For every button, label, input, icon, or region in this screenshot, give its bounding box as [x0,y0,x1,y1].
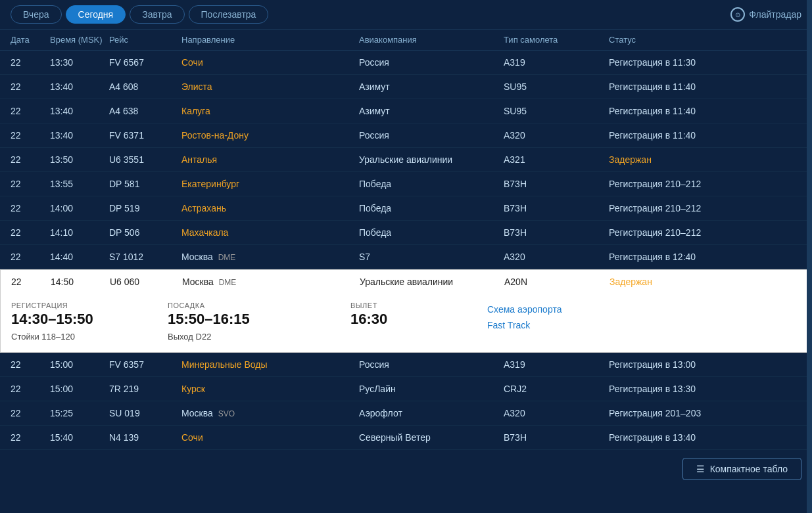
row-airline: Аэрофлот [359,408,504,418]
col-date: Дата [11,35,50,45]
row-aircraft: A20N [504,277,609,287]
fast-track-link[interactable]: Fast Track [487,320,801,330]
row-aircraft: B73H [504,179,609,189]
destination-link[interactable]: Сочи [181,57,203,68]
row-date: 22 [11,252,50,262]
destination-link[interactable]: Анталья [181,154,217,165]
col-status: Статус [609,35,801,45]
row-time: 15:25 [50,408,109,418]
row-destination[interactable]: Махачкала [181,227,359,238]
compact-table-button[interactable]: ☰ Компактное табло [682,458,801,480]
col-destination: Направление [181,35,359,45]
row-status: Регистрация 210–212 [609,227,801,238]
row-status: Регистрация в 13:40 [609,432,801,443]
row-aircraft: B73H [504,203,609,213]
row-flight: U6 3551 [109,154,181,165]
row-date: 22 [11,277,51,287]
table-row[interactable]: 22 15:00 FV 6357 Минеральные Воды Россия… [0,353,812,377]
bottom-bar: ☰ Компактное табло [0,450,812,488]
table-row[interactable]: 22 15:40 N4 139 Сочи Северный Ветер B73H… [0,426,812,450]
destination-link[interactable]: Астрахань [181,203,226,213]
nav-today[interactable]: Сегодня [66,5,126,24]
row-flight: FV 6567 [109,57,181,68]
row-time: 14:10 [50,227,109,238]
compact-icon: ☰ [696,464,705,474]
row-destination[interactable]: Курск [181,384,359,394]
table-row[interactable]: 22 15:25 SU 019 Москва SVO Аэрофлот A320… [0,401,812,426]
destination-link[interactable]: Калуга [181,106,210,116]
row-destination[interactable]: Сочи [181,57,359,68]
row-airline: Северный Ветер [359,432,504,443]
destination-link[interactable]: Екатеринбург [181,179,239,189]
row-aircraft: A319 [504,359,609,370]
row-aircraft: B73H [504,432,609,443]
table-row[interactable]: 22 13:30 FV 6567 Сочи Россия A319 Регист… [0,51,812,75]
row-destination: Москва DME [182,277,360,287]
destination-link[interactable]: Махачкала [181,227,228,238]
table-row[interactable]: 22 13:55 DP 581 Екатеринбург Победа B73H… [0,172,812,196]
row-aircraft: A320 [504,252,609,262]
row-status: Регистрация в 11:40 [609,106,801,116]
table-row[interactable]: 22 14:40 S7 1012 Москва DME S7 A320 Реги… [0,245,812,269]
detail-links: Схема аэропорта Fast Track [487,301,801,330]
table-row[interactable]: 22 14:10 DP 506 Махачкала Победа B73H Ре… [0,221,812,245]
nav-tomorrow[interactable]: Завтра [130,5,184,24]
destination-link[interactable]: Курск [181,384,205,394]
airport-map-link[interactable]: Схема аэропорта [487,304,801,315]
row-date: 22 [11,408,50,418]
row-destination[interactable]: Минеральные Воды [181,359,359,370]
row-destination[interactable]: Сочи [181,432,359,443]
table-row[interactable]: 22 13:50 U6 3551 Анталья Уральские авиал… [0,148,812,172]
table-row[interactable]: 22 13:40 FV 6371 Ростов-на-Дону Россия A… [0,123,812,148]
table-row[interactable]: 22 13:40 A4 638 Калуга Азимут SU95 Регис… [0,99,812,123]
depart-label: ВЫЛЕТ [350,301,482,309]
row-date: 22 [11,203,50,213]
row-flight: FV 6357 [109,359,181,370]
row-destination[interactable]: Элиста [181,81,359,92]
table-row[interactable]: 22 15:00 7R 219 Курск РусЛайн CRJ2 Регис… [0,377,812,401]
destination-link[interactable]: Ростов-на-Дону [181,130,249,141]
row-aircraft: SU95 [504,106,609,116]
row-flight: DP 519 [109,203,181,213]
gate-info: Выход D22 [168,332,345,342]
row-airline: Уральские авиалинии [359,154,504,165]
counter-info: Стойки 118–120 [11,332,162,342]
row-aircraft: CRJ2 [504,384,609,394]
row-destination[interactable]: Калуга [181,106,359,116]
row-flight: 7R 219 [109,384,181,394]
destination-link[interactable]: Сочи [181,432,203,443]
row-date: 22 [11,179,50,189]
row-flight: DP 581 [109,179,181,189]
row-destination[interactable]: Екатеринбург [181,179,359,189]
row-destination: Москва DME [181,252,359,262]
destination-link[interactable]: Элиста [181,81,212,92]
nav-yesterday[interactable]: Вчера [11,5,62,24]
table-row[interactable]: 22 13:40 A4 608 Элиста Азимут SU95 Регис… [0,75,812,99]
row-destination[interactable]: Астрахань [181,203,359,213]
row-time: 15:00 [50,359,109,370]
row-status: Регистрация 201–203 [609,408,801,418]
table-row[interactable]: 22 14:00 DP 519 Астрахань Победа B73H Ре… [0,196,812,221]
row-destination[interactable]: Ростов-на-Дону [181,130,359,141]
row-aircraft: A319 [504,57,609,68]
table-row[interactable]: 22 14:50 U6 060 Москва DME Уральские ави… [0,269,812,294]
row-airline: Уральские авиалинии [360,277,504,287]
row-date: 22 [11,106,50,116]
row-status: Регистрация в 11:40 [609,81,801,92]
board-value: 15:50–16:15 [168,311,345,328]
scrollbar[interactable] [807,0,812,513]
row-airline: Россия [359,57,504,68]
row-destination: Москва SVO [181,408,359,418]
compact-label: Компактное табло [710,464,788,474]
reg-value: 14:30–15:50 [11,311,162,328]
nav-day-after[interactable]: Послезавтра [189,5,269,24]
row-date: 22 [11,384,50,394]
row-flight: N4 139 [109,432,181,443]
destination-link[interactable]: Минеральные Воды [181,359,268,370]
row-status: Регистрация в 12:40 [609,252,801,262]
row-destination[interactable]: Анталья [181,154,359,165]
row-aircraft: B73H [504,227,609,238]
row-status: Задержан [609,154,801,165]
row-status: Задержан [609,277,801,287]
row-time: 13:40 [50,106,109,116]
